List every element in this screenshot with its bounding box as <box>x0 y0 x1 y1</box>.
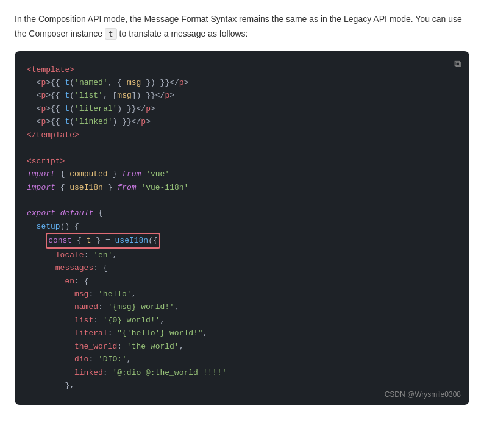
code-content: <template> <p>{{ t('named', { msg }) }}<… <box>27 63 457 393</box>
watermark: CSDN @Wrysmile0308 <box>385 390 461 399</box>
inline-code-t: t <box>105 28 117 40</box>
code-block: ⧉ <template> <p>{{ t('named', { msg }) }… <box>15 51 469 405</box>
intro-paragraph: In the Composition API mode, the Message… <box>15 12 469 41</box>
prose-text-end: to translate a message as follows: <box>119 29 248 38</box>
copy-icon[interactable]: ⧉ <box>454 59 461 69</box>
